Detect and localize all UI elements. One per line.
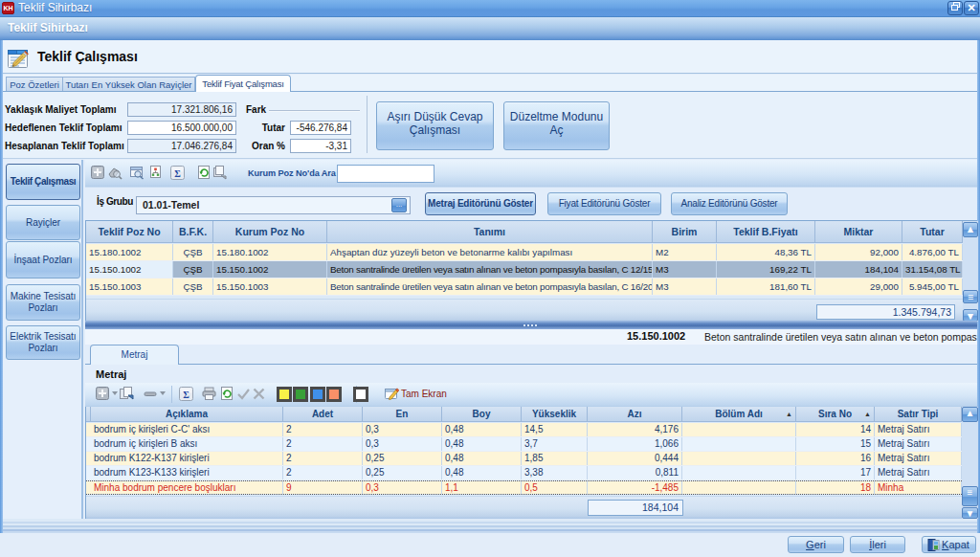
svg-text:Σ: Σ (174, 168, 181, 179)
svg-text:Σ: Σ (183, 390, 189, 400)
